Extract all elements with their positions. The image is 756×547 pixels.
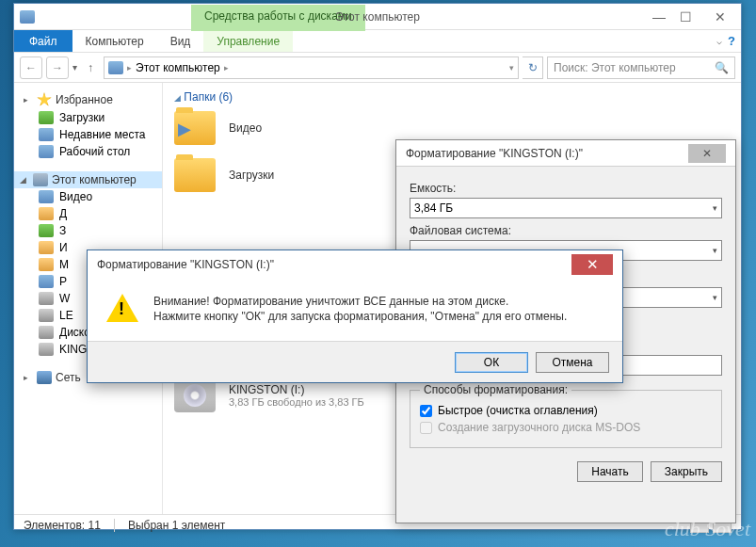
sidebar-favorites-header[interactable]: ▸ Избранное <box>14 90 162 109</box>
collapse-icon: ◢ <box>174 93 181 103</box>
refresh-button[interactable]: ↻ <box>523 56 543 79</box>
cancel-button[interactable]: Отмена <box>536 352 609 373</box>
ribbon-tab-computer[interactable]: Компьютер <box>72 30 157 52</box>
quick-format-checkbox[interactable]: Быстрое (очистка оглавления) <box>420 404 712 417</box>
history-dropdown-icon[interactable]: ▾ <box>72 62 77 72</box>
folder-icon <box>39 258 54 271</box>
sidebar-item-desktop[interactable]: Рабочий стол <box>14 143 162 160</box>
format-dialog-title: Форматирование "KINGSTON (I:)" ✕ <box>396 140 735 167</box>
sidebar-item-recent[interactable]: Недавние места <box>14 126 162 143</box>
sidebar-this-pc[interactable]: ◢ Этот компьютер <box>14 171 162 188</box>
collapse-icon: ▸ <box>24 95 33 105</box>
ribbon: Файл Компьютер Вид Управление ⌵ ? <box>14 30 741 53</box>
msdos-boot-checkbox: Создание загрузочного диска MS-DOS <box>420 421 712 434</box>
collapse-icon: ▸ <box>24 373 33 382</box>
chevron-down-icon: ▾ <box>713 246 717 255</box>
window-title: Этот компьютер <box>335 10 420 24</box>
checkbox-icon <box>420 422 432 434</box>
ribbon-collapse-icon[interactable]: ⌵ <box>716 36 722 46</box>
chevron-right-icon: ▸ <box>127 63 132 72</box>
capacity-label: Емкость: <box>410 182 722 195</box>
app-icon <box>20 10 35 24</box>
status-selected: Выбран 1 элемент <box>128 519 225 532</box>
breadcrumb[interactable]: ▸ Этот компьютер ▸ ▾ <box>104 56 519 79</box>
folder-icon <box>174 111 216 145</box>
search-input[interactable]: Поиск: Этот компьютер 🔍 <box>547 56 735 79</box>
usb-icon <box>39 343 54 356</box>
star-icon <box>37 92 52 107</box>
location-icon <box>108 61 123 74</box>
messagebox-text: Внимание! Форматирование уничтожит ВСЕ д… <box>153 294 567 326</box>
download-icon <box>39 111 54 124</box>
back-button[interactable]: ← <box>20 56 42 79</box>
warning-messagebox: Форматирование "KINGSTON (I:)" ✕ Внимани… <box>87 249 623 383</box>
folder-icon <box>39 207 54 220</box>
maximize-button[interactable]: ☐ <box>672 8 699 26</box>
ribbon-file-menu[interactable]: Файл <box>14 30 72 52</box>
breadcrumb-dropdown-icon[interactable]: ▾ <box>509 63 514 72</box>
ok-button[interactable]: ОК <box>455 352 528 373</box>
computer-icon <box>33 173 48 186</box>
chevron-right-icon: ▸ <box>224 63 229 72</box>
folder-icon <box>39 190 54 203</box>
folder-icon <box>39 241 54 254</box>
titlebar: Средства работы с дисками Этот компьютер… <box>14 4 741 30</box>
sidebar-item[interactable]: З <box>14 222 162 239</box>
folder-icon <box>174 158 216 192</box>
checkbox-icon[interactable] <box>420 405 432 417</box>
separator <box>114 519 115 532</box>
disk-icon <box>39 309 54 322</box>
optical-icon <box>39 326 54 339</box>
sidebar-item[interactable]: Д <box>14 205 162 222</box>
warning-icon <box>106 294 138 326</box>
forward-button[interactable]: → <box>46 56 69 79</box>
messagebox-title: Форматирование "KINGSTON (I:)" ✕ <box>88 250 622 279</box>
sidebar-item[interactable]: Видео <box>14 188 162 205</box>
minimize-button[interactable]: — <box>646 8 672 26</box>
expand-icon: ◢ <box>20 175 29 185</box>
status-item-count: Элементов: 11 <box>24 519 101 532</box>
breadcrumb-item[interactable]: Этот компьютер <box>136 61 220 74</box>
format-close-button2[interactable]: Закрыть <box>651 461 722 482</box>
chevron-down-icon: ▾ <box>713 293 717 302</box>
sidebar-item-downloads[interactable]: Загрузки <box>14 109 162 126</box>
up-button[interactable]: ↑ <box>81 58 100 77</box>
format-options-group: Способы форматирования: Быстрое (очистка… <box>410 383 722 448</box>
usb-drive-icon <box>174 378 216 412</box>
desktop-icon <box>39 145 54 158</box>
folder-icon <box>39 224 54 237</box>
format-start-button[interactable]: Начать <box>577 461 643 482</box>
network-icon <box>37 371 52 384</box>
folder-icon <box>39 275 54 288</box>
ribbon-tab-view[interactable]: Вид <box>157 30 204 52</box>
search-placeholder: Поиск: Этот компьютер <box>554 61 676 74</box>
capacity-select[interactable]: 3,84 ГБ ▾ <box>410 198 722 218</box>
ribbon-tab-manage[interactable]: Управление <box>203 30 293 52</box>
close-button[interactable]: ✕ <box>699 8 741 26</box>
messagebox-close-button[interactable]: ✕ <box>571 254 613 275</box>
filesystem-label: Файловая система: <box>410 224 722 237</box>
recent-icon <box>39 128 54 141</box>
chevron-down-icon: ▾ <box>713 203 717 213</box>
disk-icon <box>39 292 54 305</box>
folders-section-header[interactable]: ◢ Папки (6) <box>174 90 730 104</box>
format-close-button[interactable]: ✕ <box>688 144 726 163</box>
help-icon[interactable]: ? <box>728 34 735 48</box>
navbar: ← → ▾ ↑ ▸ Этот компьютер ▸ ▾ ↻ Поиск: Эт… <box>14 53 741 83</box>
search-icon: 🔍 <box>715 61 729 74</box>
